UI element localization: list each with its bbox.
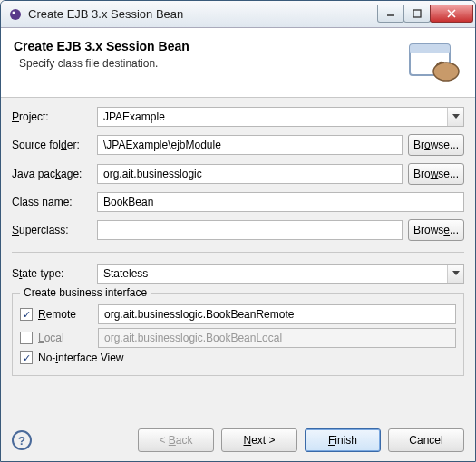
superclass-label: Superclass: (12, 224, 92, 236)
wizard-banner-icon (404, 39, 462, 86)
source-folder-input[interactable] (97, 135, 403, 155)
no-interface-checkbox[interactable] (20, 351, 33, 364)
superclass-input[interactable] (97, 220, 403, 240)
state-type-combo[interactable]: Stateless (97, 264, 464, 284)
finish-button[interactable]: Finish (305, 428, 381, 452)
chevron-down-icon (447, 108, 463, 126)
browse-superclass-button[interactable]: Browse... (408, 219, 464, 241)
project-value: JPAExample (103, 111, 447, 123)
svg-rect-2 (413, 10, 421, 17)
banner-subtitle: Specify class file destination. (14, 57, 404, 70)
window-controls (378, 5, 473, 23)
titlebar[interactable]: Create EJB 3.x Session Bean (1, 1, 475, 28)
local-label: Local (38, 332, 92, 344)
help-icon[interactable]: ? (12, 430, 32, 450)
back-button: < Back (138, 428, 214, 452)
state-type-value: Stateless (103, 267, 447, 280)
local-interface-input (98, 328, 456, 348)
banner: Create EJB 3.x Session Bean Specify clas… (1, 28, 475, 98)
remote-label: Remote (38, 308, 92, 321)
source-folder-label: Source folder: (12, 139, 92, 151)
remote-checkbox[interactable] (20, 308, 33, 321)
banner-title: Create EJB 3.x Session Bean (14, 39, 404, 53)
business-interface-group: Create business interface Remote Local N… (12, 293, 464, 376)
button-bar: ? < Back Next > Finish Cancel (1, 419, 475, 461)
svg-point-1 (13, 11, 15, 14)
separator (12, 252, 464, 253)
app-icon (8, 7, 23, 22)
java-package-input[interactable] (97, 164, 403, 184)
next-button[interactable]: Next > (221, 428, 297, 452)
chevron-down-icon (447, 265, 463, 283)
java-package-label: Java package: (12, 168, 92, 180)
close-button[interactable] (430, 5, 473, 23)
minimize-button[interactable] (377, 5, 404, 23)
local-checkbox[interactable] (20, 332, 33, 344)
class-name-input[interactable] (97, 192, 464, 212)
svg-point-0 (10, 9, 21, 20)
class-name-label: Class name: (12, 196, 92, 208)
group-title: Create business interface (20, 286, 151, 299)
titlebar-text: Create EJB 3.x Session Bean (28, 7, 378, 21)
cancel-button[interactable]: Cancel (388, 428, 464, 452)
remote-interface-input[interactable] (98, 304, 456, 324)
browse-source-folder-button[interactable]: Browse... (408, 134, 464, 156)
maximize-button[interactable] (403, 5, 431, 23)
state-type-label: State type: (12, 267, 92, 280)
dialog-window: Create EJB 3.x Session Bean Create EJB 3… (0, 0, 476, 462)
project-label: Project: (12, 111, 92, 123)
project-combo[interactable]: JPAExample (97, 107, 464, 127)
no-interface-label: No-interface View (38, 351, 124, 364)
form-area: Project: JPAExample Source folder: Brows… (1, 98, 475, 419)
browse-java-package-button[interactable]: Browse... (408, 163, 464, 185)
svg-rect-4 (410, 44, 450, 53)
